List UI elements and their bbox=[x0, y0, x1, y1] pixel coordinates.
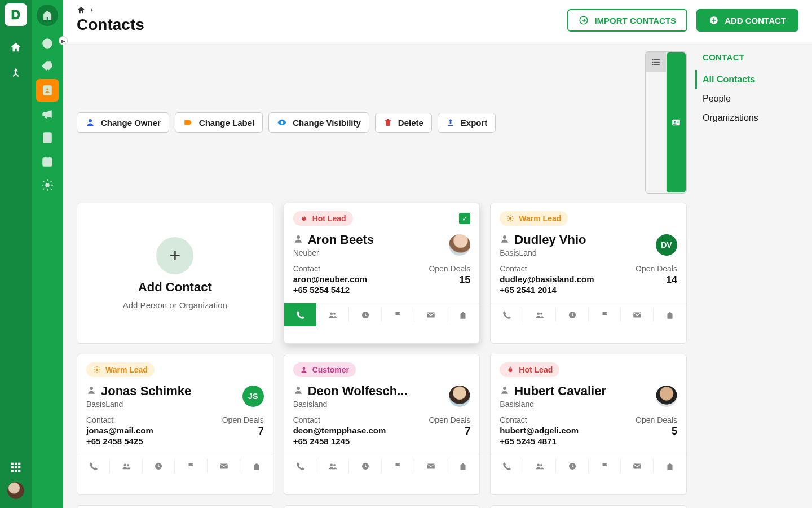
add-card-subtitle: Add Person or Organization bbox=[123, 300, 227, 310]
svg-rect-29 bbox=[654, 64, 660, 65]
card-action-phone[interactable] bbox=[77, 454, 110, 478]
building-icon bbox=[458, 310, 468, 320]
contact-card[interactable]: Customer Deon Wolfesch... Basisland Cont… bbox=[284, 354, 480, 495]
page-header: Contacts IMPORT CONTACTS ADD CONTACT bbox=[63, 0, 812, 42]
card-action-people[interactable] bbox=[316, 454, 349, 478]
nav-tags[interactable] bbox=[36, 55, 59, 78]
svg-point-12 bbox=[46, 88, 49, 91]
open-deals-count: 5 bbox=[636, 426, 677, 437]
lead-chip: Warm Lead bbox=[86, 362, 155, 377]
contact-card[interactable]: Warm Lead Lieden 03 People LI Contact li… bbox=[284, 505, 480, 508]
card-action-building[interactable] bbox=[654, 454, 686, 478]
svg-rect-33 bbox=[677, 122, 679, 122]
card-view-button[interactable] bbox=[666, 52, 686, 193]
mail-icon bbox=[426, 461, 436, 471]
collapse-sidebar-icon[interactable]: ▶ bbox=[59, 36, 68, 45]
flag-icon bbox=[393, 461, 403, 471]
nav-dashboard[interactable] bbox=[36, 32, 59, 54]
contact-phone: +65 5245 4871 bbox=[500, 436, 579, 446]
card-action-building[interactable] bbox=[447, 454, 480, 478]
card-action-mail[interactable] bbox=[208, 454, 240, 478]
lead-chip: Warm Lead bbox=[500, 211, 568, 226]
card-action-mail[interactable] bbox=[621, 303, 654, 326]
card-action-building[interactable] bbox=[240, 454, 273, 478]
contact-label: Contact bbox=[293, 415, 386, 424]
people-icon bbox=[535, 461, 545, 471]
add-contact-button[interactable]: ADD CONTACT bbox=[696, 9, 798, 32]
contact-org: Basisland bbox=[293, 400, 408, 409]
card-action-clock[interactable] bbox=[349, 454, 382, 478]
import-contacts-button[interactable]: IMPORT CONTACTS bbox=[567, 9, 687, 32]
contact-card[interactable]: Hot Lead ✓ Aron Beets Neuber Contact aro… bbox=[284, 203, 480, 344]
card-action-flag[interactable] bbox=[589, 454, 621, 478]
change-label-button[interactable]: Change Label bbox=[175, 112, 263, 133]
card-action-phone[interactable] bbox=[284, 303, 317, 326]
workspace-switcher[interactable] bbox=[37, 5, 58, 26]
card-action-mail[interactable] bbox=[621, 454, 654, 478]
primary-nav-merge[interactable] bbox=[5, 62, 27, 85]
people-icon bbox=[121, 461, 131, 471]
primary-nav-home[interactable] bbox=[5, 36, 27, 59]
card-action-flag[interactable] bbox=[382, 454, 414, 478]
card-action-flag[interactable] bbox=[382, 303, 414, 326]
card-action-flag[interactable] bbox=[589, 303, 621, 326]
add-contact-card[interactable]: + Add Contact Add Person or Organization bbox=[77, 203, 273, 344]
nav-documents[interactable] bbox=[36, 126, 59, 149]
open-deals-count: 15 bbox=[429, 274, 470, 286]
svg-point-57 bbox=[503, 387, 506, 390]
card-actions bbox=[77, 454, 273, 478]
apps-grid-icon[interactable] bbox=[7, 458, 25, 476]
contact-card[interactable]: Customer Doublecon BasisLand Contact dou… bbox=[77, 505, 273, 508]
people-icon bbox=[535, 310, 545, 320]
nav-settings[interactable] bbox=[36, 174, 59, 196]
card-action-people[interactable] bbox=[316, 303, 349, 326]
svg-point-54 bbox=[333, 463, 336, 466]
contact-card[interactable]: Hot Lead Workstation 10 People WO Contac… bbox=[490, 505, 687, 508]
card-action-clock[interactable] bbox=[349, 303, 382, 326]
svg-rect-32 bbox=[677, 121, 679, 121]
contact-type-icon bbox=[293, 234, 303, 246]
card-action-phone[interactable] bbox=[284, 454, 317, 478]
delete-button[interactable]: Delete bbox=[375, 113, 432, 133]
svg-rect-5 bbox=[18, 466, 20, 468]
list-view-button[interactable] bbox=[646, 52, 666, 72]
filter-organizations[interactable]: Organizations bbox=[703, 108, 803, 128]
svg-point-58 bbox=[537, 463, 540, 466]
card-action-phone[interactable] bbox=[491, 303, 523, 326]
card-action-people[interactable] bbox=[110, 454, 143, 478]
svg-rect-44 bbox=[634, 312, 642, 317]
card-action-mail[interactable] bbox=[414, 454, 447, 478]
svg-rect-61 bbox=[634, 463, 642, 468]
user-avatar[interactable] bbox=[7, 482, 24, 499]
card-action-clock[interactable] bbox=[143, 454, 175, 478]
contact-card[interactable]: Warm Lead Jonas Schimke BasisLand JS Con… bbox=[77, 354, 273, 495]
breadcrumb[interactable] bbox=[77, 6, 144, 15]
card-action-people[interactable] bbox=[523, 303, 556, 326]
card-action-phone[interactable] bbox=[491, 454, 523, 478]
card-action-people[interactable] bbox=[523, 454, 556, 478]
filter-all-contacts[interactable]: All Contacts bbox=[695, 70, 803, 89]
nav-campaigns[interactable] bbox=[36, 103, 59, 125]
export-button[interactable]: Export bbox=[438, 113, 496, 133]
card-action-clock[interactable] bbox=[556, 303, 589, 326]
svg-rect-50 bbox=[220, 463, 228, 468]
card-action-clock[interactable] bbox=[556, 454, 589, 478]
change-owner-button[interactable]: Change Owner bbox=[77, 112, 169, 133]
card-action-flag[interactable] bbox=[175, 454, 208, 478]
card-action-building[interactable] bbox=[447, 303, 480, 326]
change-visibility-button[interactable]: Change Visibility bbox=[268, 112, 369, 133]
nav-calendar[interactable] bbox=[36, 150, 59, 173]
clock-icon bbox=[567, 310, 577, 320]
filter-people[interactable]: People bbox=[703, 89, 803, 108]
contact-label: Contact bbox=[500, 264, 594, 273]
nav-contacts[interactable] bbox=[36, 79, 59, 102]
svg-rect-56 bbox=[427, 463, 435, 468]
selected-check-icon[interactable]: ✓ bbox=[459, 213, 470, 224]
svg-rect-25 bbox=[654, 59, 660, 60]
card-action-mail[interactable] bbox=[414, 303, 447, 326]
contact-card[interactable]: Hot Lead Hubert Cavalier Basisland Conta… bbox=[490, 354, 687, 495]
view-toggle bbox=[645, 51, 687, 194]
svg-point-46 bbox=[90, 387, 93, 390]
contact-card[interactable]: Warm Lead Dudley Vhio BasisLand DV Conta… bbox=[490, 203, 687, 344]
card-action-building[interactable] bbox=[654, 303, 686, 326]
